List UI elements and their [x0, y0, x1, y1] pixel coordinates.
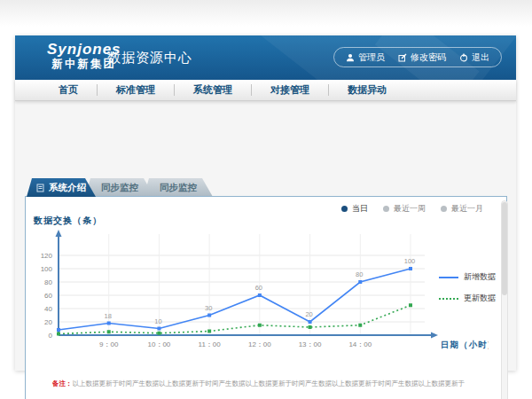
- svg-text:100: 100: [41, 265, 53, 273]
- tab-label: 同步监控: [101, 182, 138, 192]
- svg-text:18: 18: [105, 312, 112, 320]
- panel-scrollbar[interactable]: [501, 200, 508, 399]
- footnote: 备注：以上数据更新于时间产生数据以上数据更新于时间产生数据以上数据更新于时间产生…: [52, 379, 497, 388]
- tab-label: 同步监控: [160, 182, 197, 192]
- legend-item-2[interactable]: 更新数据: [439, 293, 496, 304]
- legend-line-sample: [439, 298, 458, 300]
- svg-text:120: 120: [41, 252, 53, 260]
- svg-text:80: 80: [356, 270, 363, 278]
- svg-text:10: 10: [154, 317, 161, 325]
- system-intro-panel: 当日最近一周最近一月 数据交换（条） 0204060801001209：0010…: [25, 196, 507, 399]
- logout-label: 退出: [472, 51, 489, 64]
- nav-item-1[interactable]: 首页: [40, 83, 97, 97]
- svg-text:30: 30: [205, 304, 212, 312]
- svg-text:13：00: 13：00: [299, 340, 322, 348]
- svg-text:12：00: 12：00: [248, 340, 271, 348]
- nav-item-5[interactable]: 数据异动: [329, 83, 405, 97]
- nav-item-3[interactable]: 系统管理: [175, 83, 251, 97]
- change-password-label: 修改密码: [411, 51, 446, 64]
- legend-item-1[interactable]: 新增数据: [439, 271, 496, 283]
- scrollbar-thumb[interactable]: [502, 202, 507, 295]
- svg-text:9：00: 9：00: [99, 340, 119, 348]
- tab-3[interactable]: 同步监控: [144, 178, 213, 197]
- app-header: Synjones 新中新集团 数据资源中心 管理员 修改密: [15, 35, 516, 80]
- svg-text:20: 20: [44, 318, 52, 326]
- legend-line-sample: [439, 277, 458, 278]
- app-window: Synjones 新中新集团 数据资源中心 管理员 修改密: [15, 35, 516, 371]
- tab-1[interactable]: 系统介绍: [27, 178, 96, 197]
- edit-icon: [398, 53, 407, 62]
- nav-item-2[interactable]: 标准管理: [98, 83, 174, 97]
- svg-text:80: 80: [44, 278, 52, 286]
- legend-label: 更新数据: [464, 293, 496, 304]
- svg-text:0: 0: [49, 332, 53, 340]
- svg-text:11：00: 11：00: [199, 340, 222, 348]
- svg-text:40: 40: [44, 305, 52, 313]
- page-top-strip: [0, 0, 532, 27]
- admin-user-button[interactable]: 管理员: [346, 51, 385, 64]
- nav-bar: 首页标准管理系统管理对接管理数据异动: [15, 80, 516, 101]
- chart-series-legend: 新增数据更新数据: [439, 271, 496, 304]
- footnote-text: 以上数据更新于时间产生数据以上数据更新于时间产生数据以上数据更新于时间产生数据以…: [73, 379, 466, 387]
- user-menu: 管理员 修改密码 退出: [333, 47, 502, 67]
- footnote-prefix: 备注：: [52, 379, 73, 387]
- page-title: 数据资源中心: [107, 50, 192, 66]
- chart-x-axis-label: 日期（小时）: [441, 340, 489, 350]
- content-area: 系统介绍同步监控同步监控 当日最近一周最近一月 数据交换（条） 02040608…: [15, 102, 516, 371]
- chart-y-axis-title: 数据交换（条）: [34, 215, 102, 227]
- power-icon: [459, 53, 468, 62]
- user-icon: [346, 53, 355, 62]
- tab-2[interactable]: 同步监控: [85, 178, 154, 197]
- svg-text:20: 20: [305, 310, 312, 318]
- svg-text:100: 100: [404, 257, 416, 265]
- change-password-button[interactable]: 修改密码: [398, 51, 446, 64]
- tab-label: 系统介绍: [49, 178, 86, 197]
- document-icon: [36, 184, 44, 192]
- nav-item-4[interactable]: 对接管理: [252, 83, 328, 97]
- svg-text:60: 60: [44, 292, 52, 300]
- svg-text:60: 60: [255, 284, 262, 292]
- svg-text:10：00: 10：00: [148, 340, 171, 348]
- admin-user-label: 管理员: [358, 51, 385, 64]
- logout-button[interactable]: 退出: [459, 51, 489, 64]
- svg-text:14：00: 14：00: [348, 340, 372, 348]
- page: Synjones 新中新集团 数据资源中心 管理员 修改密: [0, 0, 532, 399]
- data-exchange-line-chart: 0204060801001209：0010：0011：0012：0013：001…: [27, 207, 489, 358]
- legend-label: 新增数据: [464, 271, 496, 283]
